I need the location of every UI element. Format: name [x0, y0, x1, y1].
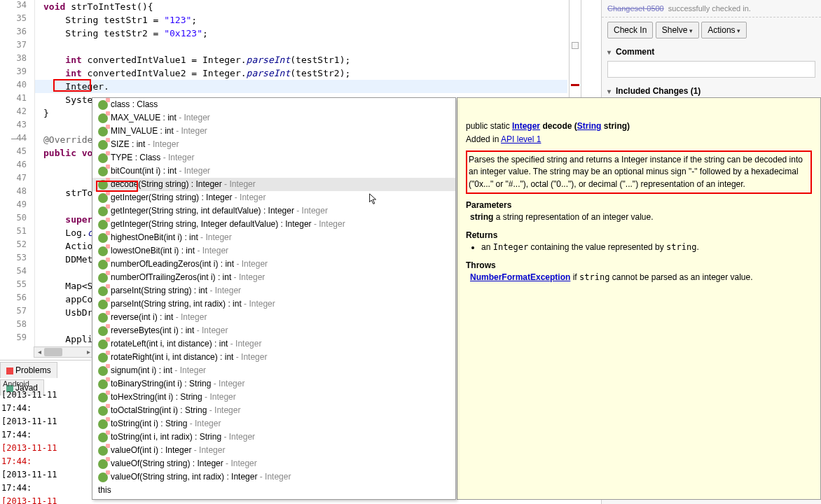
doc-api-level-link[interactable]: API level 1	[501, 134, 541, 144]
line-number: 56	[0, 293, 31, 302]
static-icon	[98, 113, 108, 123]
completion-item[interactable]: getInteger(String string) : Integer - In…	[92, 191, 455, 204]
completion-item[interactable]: reverseBytes(int i) : int - Integer	[92, 324, 455, 337]
completion-signature: getInteger(String string, Integer defaul…	[111, 219, 312, 229]
completion-return: - Integer	[187, 419, 221, 428]
completion-return: - Integer	[223, 458, 257, 468]
scroll-left-arrow-icon[interactable]: ◂	[34, 347, 44, 357]
comment-input[interactable]	[607, 61, 815, 78]
completion-return: - Integer	[177, 113, 210, 122]
console-view[interactable]: [2013-11-11 17:44:[2013-11-11 17:44:[201…	[0, 388, 92, 504]
completion-item[interactable]: toHexString(int i) : String - Integer	[92, 391, 455, 404]
completion-signature: valueOf(String string, int radix) : Inte…	[111, 472, 257, 482]
method-icon	[98, 193, 108, 203]
completion-return: - Integer	[234, 259, 268, 269]
completion-item[interactable]: parseInt(String string) : int - Integer	[92, 284, 455, 298]
code-line: String testStr2 = "0x123";	[43, 27, 208, 40]
completion-item[interactable]: decode(String string) : Integer - Intege…	[92, 178, 455, 191]
tab-problems[interactable]: Problems	[0, 362, 57, 378]
changeset-link[interactable]: Changeset 0500	[607, 4, 664, 13]
scroll-thumb[interactable]	[44, 348, 62, 356]
completion-item[interactable]: TYPE : Class - Integer	[92, 151, 455, 164]
completion-item[interactable]: numberOfTrailingZeros(int i) : int - Int…	[92, 271, 455, 284]
method-icon	[98, 313, 108, 323]
checkin-button[interactable]: Check In	[607, 22, 653, 38]
method-icon	[98, 206, 108, 216]
line-number: 46	[0, 160, 31, 169]
completion-signature: highestOneBit(int i) : int	[111, 232, 198, 242]
completion-item[interactable]: signum(int i) : int - Integer	[92, 364, 455, 377]
completion-item[interactable]: toOctalString(int i) : String - Integer	[92, 404, 455, 417]
completion-item[interactable]: this	[92, 484, 455, 497]
doc-parameters-heading: Parameters	[466, 200, 812, 211]
shelve-button[interactable]: Shelve	[656, 22, 699, 38]
method-icon	[98, 340, 108, 349]
line-number: 53	[0, 253, 31, 262]
completion-return: - Integer	[231, 272, 265, 282]
console-line: [2013-11-11 17:44:	[1, 495, 92, 504]
horizontal-scrollbar[interactable]: ◂ ▸	[34, 346, 94, 358]
line-number: 58	[0, 319, 31, 329]
completion-return: - Integer	[194, 326, 228, 335]
method-icon	[98, 260, 108, 270]
completion-item[interactable]: MAX_VALUE : int - Integer	[92, 111, 455, 125]
completion-item[interactable]: MIN_VALUE : int - Integer	[92, 125, 455, 138]
doc-exception-link[interactable]: NumberFormatException	[470, 272, 570, 282]
line-number: 43	[0, 120, 31, 130]
method-icon	[98, 286, 108, 296]
completion-item[interactable]: bitCount(int i) : int - Integer	[92, 164, 455, 178]
completion-signature: numberOfLeadingZeros(int i) : int	[111, 259, 234, 269]
completion-signature: MIN_VALUE : int	[111, 126, 174, 136]
static-icon	[98, 140, 108, 150]
completion-item[interactable]: toString(int i, int radix) : String - In…	[92, 430, 455, 444]
doc-description: Parses the specified string and returns …	[466, 150, 812, 194]
completion-signature: reverseBytes(int i) : int	[111, 326, 194, 335]
doc-returns-row: an Integer containing the value represen…	[481, 241, 812, 253]
line-number: 38	[0, 53, 31, 63]
line-number: 39	[0, 66, 31, 76]
completion-item[interactable]: toString(int i) : String - Integer	[92, 417, 455, 430]
code-text: strToIntTest(){	[71, 1, 153, 12]
method-icon	[98, 273, 108, 283]
comment-heading[interactable]: ▾Comment	[602, 43, 821, 61]
highlight-box-decode	[96, 181, 138, 192]
completion-item[interactable]: parseInt(String string, int radix) : int…	[92, 298, 455, 311]
javadoc-popup[interactable]: public static Integer decode (String str…	[457, 97, 821, 500]
code-line: Map<S	[43, 279, 92, 293]
completion-item[interactable]: lowestOneBit(int i) : int - Integer	[92, 244, 455, 258]
completion-return: - Integer	[145, 139, 179, 149]
completion-item[interactable]: valueOf(String string) : Integer - Integ…	[92, 457, 455, 470]
completion-return: - Integer	[232, 192, 265, 202]
code-line: public vo	[43, 146, 92, 160]
completion-item[interactable]: reverse(int i) : int - Integer	[92, 311, 455, 324]
completion-item[interactable]: SIZE : int - Integer	[92, 138, 455, 151]
completion-item[interactable]: rotateLeft(int i, int distance) : int - …	[92, 337, 455, 351]
completion-return: - Integer	[160, 153, 194, 162]
autocomplete-popup[interactable]: class : ClassMAX_VALUE : int - IntegerMI…	[92, 97, 456, 500]
completion-item[interactable]: highestOneBit(int i) : int - Integer	[92, 231, 455, 244]
line-number: 44	[0, 133, 31, 143]
completion-signature: rotateLeft(int i, int distance) : int	[111, 339, 228, 349]
line-number: 35	[0, 13, 31, 23]
completion-item[interactable]: numberOfLeadingZeros(int i) : int - Inte…	[92, 258, 455, 271]
completion-item[interactable]: valueOf(String string, int radix) : Inte…	[92, 470, 455, 484]
completion-item[interactable]: toBinaryString(int i) : String - Integer	[92, 377, 455, 391]
code-line: UsbDri	[43, 306, 98, 319]
completion-item[interactable]: class : Class	[92, 98, 455, 111]
method-icon	[98, 433, 108, 442]
completion-return: - Integer	[207, 286, 241, 295]
line-number: 42	[0, 106, 31, 116]
completion-item[interactable]: valueOf(int i) : Integer - Integer	[92, 444, 455, 457]
line-number: 41	[0, 93, 31, 103]
method-icon	[98, 446, 108, 456]
doc-returns-heading: Returns	[466, 230, 812, 241]
error-marker-icon[interactable]	[571, 84, 579, 86]
completion-item[interactable]: getInteger(String string, int defaultVal…	[92, 204, 455, 218]
completion-signature: toHexString(int i) : String	[111, 392, 202, 402]
completion-item[interactable]: rotateRight(int i, int distance) : int -…	[92, 351, 455, 364]
actions-button[interactable]: Actions	[701, 22, 747, 38]
doc-param-type-link[interactable]: String	[577, 121, 602, 131]
line-number: 45	[0, 146, 31, 156]
doc-type-link[interactable]: Integer	[512, 121, 540, 131]
completion-item[interactable]: getInteger(String string, Integer defaul…	[92, 218, 455, 231]
